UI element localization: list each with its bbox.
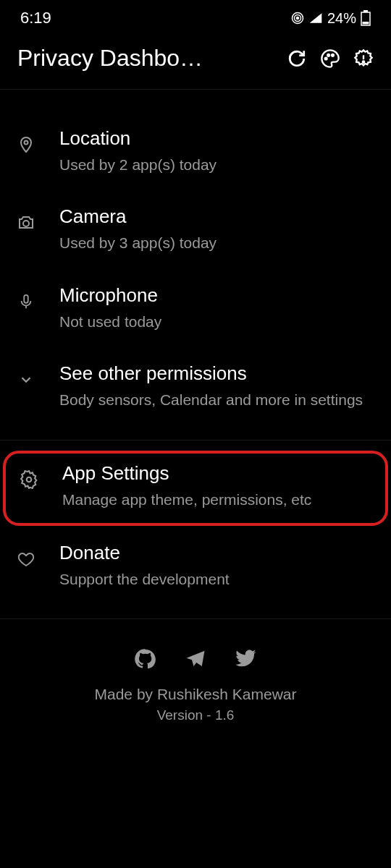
item-title: Location [59,127,375,150]
permissions-list: Location Used by 2 app(s) today Camera U… [0,90,391,738]
github-link[interactable] [134,648,156,670]
divider [0,440,391,441]
divider [0,618,391,619]
svg-rect-13 [24,295,28,303]
heart-icon [16,549,36,569]
settings-button[interactable] [353,48,374,69]
svg-point-6 [325,57,327,59]
telegram-icon [185,648,206,670]
credit-text: Made by Rushikesh Kamewar [14,686,377,703]
item-title: Microphone [59,284,375,307]
svg-point-8 [332,54,334,56]
battery-percent: 24% [327,10,356,27]
microphone-item[interactable]: Microphone Not used today [0,273,391,351]
camera-item[interactable]: Camera Used by 3 app(s) today [0,194,391,272]
telegram-link[interactable] [185,648,206,670]
location-item[interactable]: Location Used by 2 app(s) today [0,116,391,194]
location-icon [16,135,36,155]
item-subtitle: Used by 3 app(s) today [59,232,375,253]
item-subtitle: Not used today [59,311,375,332]
signal-icon [308,12,323,25]
gear-icon [19,469,39,490]
item-title: Donate [59,542,375,564]
refresh-button[interactable] [287,48,307,69]
camera-icon [16,213,36,233]
microphone-icon [16,292,36,312]
item-subtitle: Used by 2 app(s) today [59,154,375,175]
twitter-icon [235,648,257,670]
highlighted-item: App Settings Manage app theme, permissio… [3,451,388,526]
item-title: See other permissions [59,362,375,385]
chevron-down-icon [16,370,36,390]
app-header: Privacy Dashbo… [0,33,391,90]
footer: Made by Rushikesh Kamewar Version - 1.6 [0,634,391,738]
status-bar: 6:19 24% [0,0,391,33]
github-icon [134,648,156,670]
svg-point-7 [327,54,329,56]
theme-button[interactable] [320,48,340,69]
svg-point-0 [296,17,298,20]
social-links [14,648,377,670]
app-settings-item[interactable]: App Settings Manage app theme, permissio… [19,462,372,510]
svg-point-11 [25,141,28,145]
item-title: Camera [59,205,375,228]
item-subtitle: Manage app theme, permissions, etc [62,489,372,510]
item-subtitle: Body sensors, Calendar and more in setti… [59,389,375,410]
palette-icon [320,48,340,69]
refresh-icon [287,49,306,68]
hotspot-icon [291,12,304,25]
svg-rect-5 [363,22,369,25]
twitter-link[interactable] [235,648,257,670]
page-title: Privacy Dashbo… [17,45,274,72]
donate-item[interactable]: Donate Support the development [0,526,391,608]
badge-icon [353,48,374,69]
battery-icon [361,10,371,26]
svg-point-10 [363,61,364,62]
svg-rect-4 [363,10,368,12]
svg-point-12 [23,221,29,226]
status-time: 6:19 [20,9,51,27]
svg-point-15 [27,477,32,482]
item-title: App Settings [62,462,372,485]
other-permissions-item[interactable]: See other permissions Body sensors, Cale… [0,351,391,429]
status-right: 24% [291,10,371,27]
item-subtitle: Support the development [59,569,375,590]
version-text: Version - 1.6 [14,707,377,723]
